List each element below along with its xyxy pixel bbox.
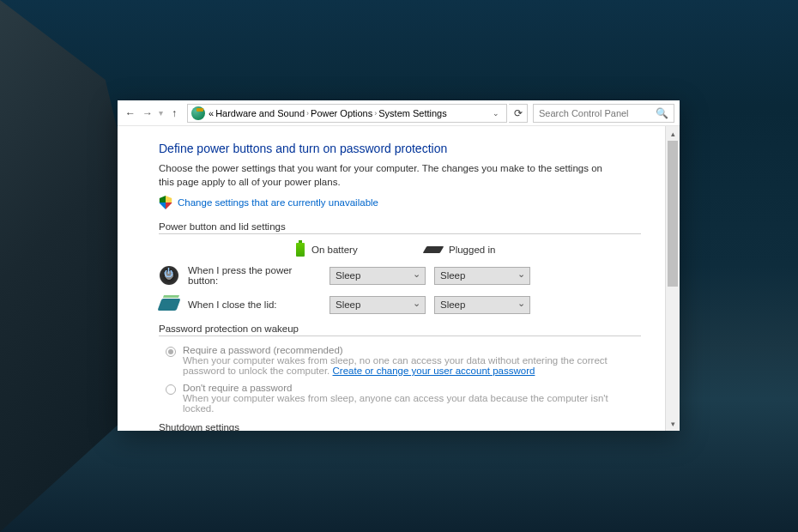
lid-icon	[157, 299, 180, 311]
change-settings-link[interactable]: Change settings that are currently unava…	[178, 197, 378, 208]
lid-plugged-dropdown[interactable]: Sleep	[434, 296, 530, 314]
control-panel-icon	[191, 106, 205, 120]
require-password-title: Require a password (recommended)	[183, 345, 641, 355]
vertical-scrollbar[interactable]: ▴ ▾	[665, 126, 680, 431]
shield-icon	[159, 196, 172, 209]
scroll-up-arrow[interactable]: ▴	[666, 126, 680, 141]
search-placeholder: Search Control Panel	[539, 108, 629, 118]
battery-icon	[296, 243, 305, 257]
breadcrumb-power-options[interactable]: Power Options	[311, 108, 372, 118]
chevron-right-icon: ›	[306, 109, 309, 118]
plugged-in-column: Plugged in	[425, 245, 528, 255]
address-bar: ← → ▾ ↑ « Hardware and Sound › Power Opt…	[118, 100, 680, 126]
back-button[interactable]: ←	[123, 106, 138, 121]
dont-require-password-title: Don't require a password	[183, 383, 641, 393]
search-icon: 🔍	[656, 107, 668, 119]
breadcrumb-system-settings[interactable]: System Settings	[378, 108, 446, 118]
control-panel-window: ← → ▾ ↑ « Hardware and Sound › Power Opt…	[118, 100, 680, 431]
chevron-right-icon: ›	[374, 109, 377, 118]
power-button-plugged-dropdown[interactable]: Sleep	[434, 267, 530, 285]
dont-require-password-desc: When your computer wakes from sleep, any…	[183, 393, 608, 414]
on-battery-column: On battery	[296, 243, 399, 257]
section-header-shutdown: Shutdown settings	[159, 422, 245, 431]
up-button[interactable]: ↑	[166, 106, 182, 121]
shutdown-settings-section: Shutdown settings Turn on fast startup (…	[159, 422, 641, 431]
breadcrumb-hardware[interactable]: Hardware and Sound	[215, 108, 305, 118]
create-password-link[interactable]: Create or change your user account passw…	[333, 366, 535, 376]
content-area: Define power buttons and turn on passwor…	[118, 126, 665, 431]
radio-dont-require-password	[166, 384, 176, 395]
page-title: Define power buttons and turn on passwor…	[159, 142, 641, 155]
power-button-battery-dropdown[interactable]: Sleep	[329, 267, 426, 285]
breadcrumb[interactable]: « Hardware and Sound › Power Options › S…	[187, 104, 507, 123]
power-button-lid-section: Power button and lid settings On battery…	[159, 221, 641, 315]
scroll-thumb[interactable]	[668, 141, 678, 287]
password-protection-section: Password protection on wakeup Require a …	[159, 323, 641, 414]
lid-close-label: When I close the lid:	[188, 299, 321, 310]
forward-button: →	[140, 106, 155, 121]
page-description: Choose the power settings that you want …	[159, 162, 605, 189]
power-button-label: When I press the power button:	[188, 265, 321, 286]
breadcrumb-dropdown-icon[interactable]: ⌄	[493, 109, 503, 118]
section-header-password: Password protection on wakeup	[159, 323, 304, 334]
lid-battery-dropdown[interactable]: Sleep	[329, 296, 426, 314]
plug-icon	[423, 246, 444, 253]
scroll-down-arrow[interactable]: ▾	[666, 416, 680, 431]
section-header-power: Power button and lid settings	[159, 221, 291, 232]
radio-require-password	[166, 347, 176, 357]
breadcrumb-prefix: «	[209, 108, 214, 118]
dont-require-password-option: Don't require a password When your compu…	[166, 383, 641, 414]
search-input[interactable]: Search Control Panel 🔍	[533, 104, 674, 123]
power-button-icon	[160, 266, 178, 285]
refresh-button[interactable]: ⟳	[509, 104, 528, 123]
require-password-option: Require a password (recommended) When yo…	[166, 345, 641, 376]
